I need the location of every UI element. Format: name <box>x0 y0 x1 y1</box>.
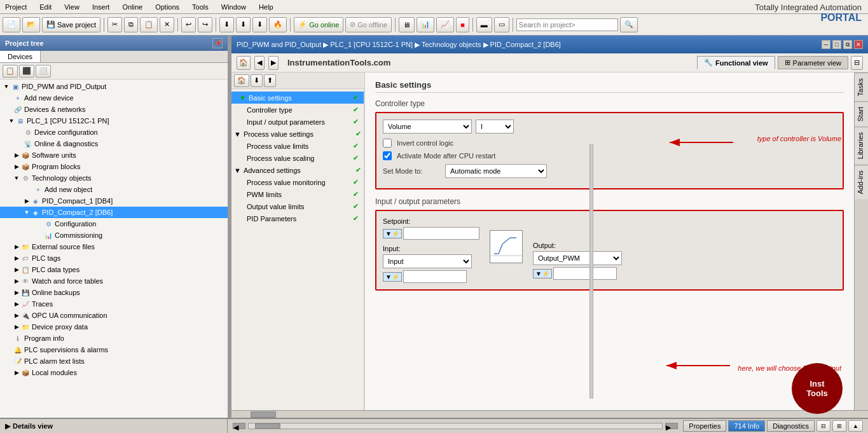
tab-parameter-view[interactable]: ⊞ Parameter view <box>778 56 848 69</box>
expand-plc[interactable]: ▼ <box>8 117 15 125</box>
inner-splitter[interactable] <box>589 144 593 399</box>
tab-functional-view[interactable]: 🔧 Functional view <box>697 56 775 69</box>
tab-devices[interactable]: Devices <box>0 51 41 62</box>
tree-item-commissioning[interactable]: 📊 Commissioning <box>0 230 228 241</box>
nav-basic-settings[interactable]: ▼ Basic settings ✔ <box>231 92 364 104</box>
tree-item-config[interactable]: ⚙ Configuration <box>0 218 228 230</box>
tree-item-local-modules[interactable]: ▶ 📦 Local modules <box>0 367 228 378</box>
info-button[interactable]: 714 Info <box>728 420 765 432</box>
expand-backups[interactable]: ▶ <box>13 289 20 296</box>
layout-view-button[interactable]: ⊟ <box>851 56 863 70</box>
undo-button[interactable]: ↩ <box>181 17 196 32</box>
properties-button[interactable]: Properties <box>683 420 726 432</box>
expand-advanced[interactable]: ▼ <box>234 167 241 174</box>
nav-pid-params[interactable]: PID Parameters ✔ <box>231 212 364 224</box>
download-btn2[interactable]: ⬇ <box>236 17 251 32</box>
download-btn3[interactable]: ⬇ <box>252 17 267 32</box>
layout-btn2[interactable]: ▭ <box>494 17 509 32</box>
tree-item-plc-alarms[interactable]: 🔔 PLC supervisions & alarms <box>0 344 228 355</box>
nav-io-params[interactable]: Input / output parameters ✔ <box>231 116 364 128</box>
expand-opc[interactable]: ▶ <box>13 312 20 319</box>
setpoint-type-btn[interactable]: ▼⚡ <box>383 229 402 238</box>
tree-item-device-config[interactable]: ⚙ Device configuration <box>0 127 228 138</box>
nav-pv-limits[interactable]: Process value limits ✔ <box>231 140 364 152</box>
invert-checkbox[interactable] <box>383 139 392 148</box>
tree-item-alarm-text[interactable]: 📝 PLC alarm text lists <box>0 355 228 367</box>
tree-item-program-blocks[interactable]: ▶ 📦 Program blocks <box>0 161 228 172</box>
expand-details[interactable]: ▶ <box>5 422 10 430</box>
expand-modules[interactable]: ▶ <box>13 369 20 376</box>
tree-item-plc[interactable]: ▼ 🖥 PLC_1 [CPU 1512C-1 PN] <box>0 115 228 127</box>
nav-output-limits[interactable]: Output value limits ✔ <box>231 200 364 212</box>
close-window-button[interactable]: ✕ <box>854 40 863 49</box>
expand-process[interactable]: ▼ <box>234 130 241 138</box>
nav-advanced-settings[interactable]: ▼ Advanced settings ✔ <box>231 164 364 176</box>
expand-blocks[interactable]: ▶ <box>13 163 20 170</box>
expand-pid1[interactable]: ▶ <box>23 197 31 205</box>
tree-item-proxy[interactable]: ▶ 📁 Device proxy data <box>0 321 228 333</box>
float-button[interactable]: ⧉ <box>843 40 852 49</box>
search-button[interactable]: 🔍 <box>620 17 638 32</box>
settings-nav-btn2[interactable]: ⬇ <box>251 74 263 87</box>
settings-nav-btn1[interactable]: 🏠 <box>234 74 249 87</box>
output-field[interactable] <box>553 267 617 280</box>
icon-btn1[interactable]: 🖥 <box>399 17 415 32</box>
expand-datatypes[interactable]: ▶ <box>13 266 20 273</box>
input-type-btn[interactable]: ▼⚡ <box>383 272 402 282</box>
tree-item-opc[interactable]: ▶ 🔌 OPC UA communication <box>0 310 228 321</box>
tree-item-add-object[interactable]: + Add new object <box>0 184 228 195</box>
output-select[interactable]: Output_PWM <box>533 251 622 265</box>
delete-button[interactable]: ✕ <box>160 17 174 32</box>
stop-button[interactable]: ■ <box>456 17 469 32</box>
icon-btn3[interactable]: 📈 <box>436 17 454 32</box>
expand-watch[interactable]: ▶ <box>13 277 20 285</box>
menu-edit[interactable]: Edit <box>37 3 54 11</box>
expand-tags[interactable]: ▶ <box>13 254 20 262</box>
nav-pv-scaling[interactable]: Process value scaling ✔ <box>231 152 364 164</box>
tree-item-online-diag[interactable]: 📡 Online & diagnostics <box>0 138 228 149</box>
nav-pv-monitoring[interactable]: Process value monitoring ✔ <box>231 176 364 188</box>
setpoint-input[interactable] <box>403 227 479 240</box>
tree-item-software[interactable]: ▶ 📦 Software units <box>0 149 228 161</box>
side-tab-start[interactable]: Start <box>855 101 869 127</box>
menu-options[interactable]: Options <box>153 3 182 11</box>
open-button[interactable]: 📂 <box>22 17 40 32</box>
tree-item-root[interactable]: ▼ ▣ PID_PWM and PID_Output <box>0 81 228 92</box>
controller-mode-select[interactable]: I <box>476 120 514 134</box>
scroll-right-btn[interactable]: ▶ <box>665 423 678 429</box>
menu-tools[interactable]: Tools <box>189 3 211 11</box>
tree-item-traces[interactable]: ▶ 📈 Traces <box>0 298 228 310</box>
menu-insert[interactable]: Insert <box>90 3 113 11</box>
nav-pwm-limits[interactable]: PWM limits ✔ <box>231 188 364 200</box>
minimize-button[interactable]: ─ <box>822 40 830 49</box>
tree-item-data-types[interactable]: ▶ 📋 PLC data types <box>0 264 228 275</box>
input-field[interactable] <box>403 270 467 283</box>
tree-item-pid1[interactable]: ▶ ◈ PID_Compact_1 [DB4] <box>0 195 228 207</box>
menu-view[interactable]: View <box>62 3 82 11</box>
tree-item-tech-objects[interactable]: ▼ ⚙ Technology objects <box>0 172 228 184</box>
details-view-panel[interactable]: ▶ Details view <box>0 419 228 433</box>
tree-item-networks[interactable]: 🔗 Devices & networks <box>0 104 228 115</box>
nav-process-settings[interactable]: ▼ Process value settings ✔ <box>231 128 364 140</box>
set-mode-select[interactable]: Automatic mode <box>445 164 547 178</box>
search-input[interactable] <box>516 18 618 31</box>
input-select[interactable]: Input <box>383 254 472 268</box>
side-tab-libraries[interactable]: Libraries <box>855 127 869 164</box>
download-btn4[interactable]: 🔥 <box>269 17 287 32</box>
icon-btn2[interactable]: 📊 <box>417 17 434 32</box>
tree-item-ext-files[interactable]: ▶ 📁 External source files <box>0 241 228 252</box>
copy-button[interactable]: ⧉ <box>124 17 138 32</box>
expand-software[interactable]: ▶ <box>13 151 20 159</box>
expand-pid2[interactable]: ▼ <box>23 209 31 216</box>
tree-pin-button[interactable]: 📌 <box>212 38 223 48</box>
tree-collapse-all[interactable]: ⬜ <box>36 65 51 78</box>
scroll-left-btn[interactable]: ◀ <box>233 423 245 429</box>
h-scroll-thumb[interactable] <box>251 411 276 418</box>
controller-type-select[interactable]: Volume <box>383 120 472 134</box>
menu-window[interactable]: Window <box>219 3 249 11</box>
menu-help[interactable]: Help <box>256 3 276 11</box>
expand-traces[interactable]: ▶ <box>13 300 20 308</box>
expand-root[interactable]: ▼ <box>3 83 10 90</box>
paste-button[interactable]: 📋 <box>140 17 158 32</box>
new-button[interactable]: 📄 <box>3 17 20 32</box>
